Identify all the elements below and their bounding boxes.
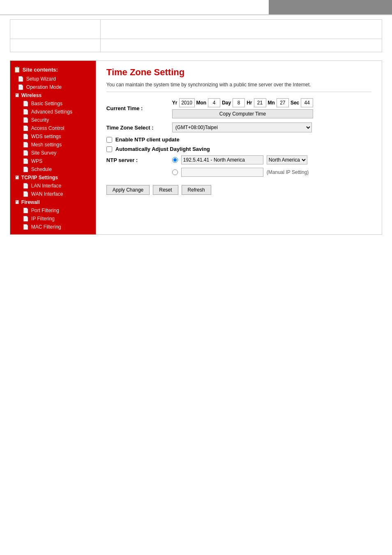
- wireless-icon: 🖥: [14, 92, 19, 98]
- sidebar-item-operation-mode[interactable]: 📄 Operation Mode: [10, 83, 96, 91]
- ntp-server-row: NTP server : North America (Manual IP Se…: [106, 155, 371, 177]
- apply-change-button[interactable]: Apply Change: [106, 185, 150, 195]
- page-icon: 📄: [23, 158, 29, 164]
- content-area: Time Zone Setting You can maintain the s…: [96, 60, 382, 235]
- top-table-right: [100, 20, 382, 39]
- ntp-preset-select[interactable]: North America: [267, 155, 307, 164]
- ntp-manual-option: (Manual IP Setting): [172, 168, 309, 177]
- page-icon: 📄: [23, 117, 29, 123]
- ntp-preset-option: North America: [172, 155, 309, 164]
- page-icon: 📄: [23, 208, 29, 213]
- top-header: [0, 0, 392, 15]
- sec-input[interactable]: [301, 98, 313, 107]
- daylight-saving-row: Automatically Adjust Daylight Saving: [106, 146, 371, 152]
- header-bar: [269, 0, 392, 14]
- page-icon: 📄: [23, 224, 29, 230]
- day-label: Day: [222, 100, 231, 106]
- page-icon: 📄: [23, 166, 29, 172]
- current-time-label: Current Time :: [106, 105, 172, 111]
- time-fields: Yr Mon Day Hr Mn Sec: [172, 98, 313, 107]
- folder-icon: 📋: [14, 66, 21, 73]
- ntp-preset-radio[interactable]: [172, 157, 178, 163]
- sidebar-item-access-control[interactable]: 📄 Access Control: [10, 124, 96, 132]
- sidebar: 📋 Site contents: 📄 Setup Wizard 📄 Operat…: [10, 60, 96, 235]
- page-title: Time Zone Setting: [106, 67, 371, 78]
- ntp-preset-input[interactable]: [181, 155, 263, 164]
- hr-input[interactable]: [254, 98, 266, 107]
- button-row: Apply Change Reset Refresh: [106, 185, 371, 195]
- top-table-bottom-right: [100, 39, 382, 52]
- mon-label: Mon: [196, 100, 207, 106]
- sidebar-item-wireless[interactable]: 🖥 Wireless: [10, 91, 96, 99]
- page-icon: 📄: [23, 191, 29, 197]
- yr-input[interactable]: [179, 98, 195, 107]
- ntp-server-label: NTP server :: [106, 155, 172, 163]
- main-container: 📋 Site contents: 📄 Setup Wizard 📄 Operat…: [10, 60, 382, 235]
- day-input[interactable]: [233, 98, 245, 107]
- page-icon: 📄: [23, 150, 29, 156]
- page-icon: 📄: [23, 101, 29, 106]
- ntp-enable-row: Enable NTP client update: [106, 136, 371, 143]
- page-icon: 📄: [23, 109, 29, 115]
- page-icon: 📄: [23, 125, 29, 131]
- ntp-manual-radio[interactable]: [172, 169, 178, 175]
- copy-computer-time-button[interactable]: Copy Computer Time: [172, 109, 313, 118]
- manual-ip-label: (Manual IP Setting): [267, 169, 309, 175]
- daylight-saving-checkbox[interactable]: [106, 146, 112, 152]
- ntp-enable-label: Enable NTP client update: [115, 136, 180, 143]
- page-icon: 📄: [18, 76, 24, 82]
- timezone-select[interactable]: (GMT+08:00)Taipei (GMT+00:00)UTC (GMT-05…: [172, 123, 312, 132]
- sidebar-item-firewall[interactable]: 🖥 Firewall: [10, 198, 96, 206]
- top-table-bottom-left: [10, 39, 100, 52]
- page-icon: 📄: [18, 84, 24, 90]
- hr-label: Hr: [247, 100, 252, 106]
- current-time-row: Current Time : Yr Mon Day Hr Mn Sec Copy: [106, 98, 371, 118]
- sidebar-item-advanced-settings[interactable]: 📄 Advanced Settings: [10, 108, 96, 116]
- sidebar-item-basic-settings[interactable]: 📄 Basic Settings: [10, 99, 96, 108]
- page-icon: 📄: [23, 134, 29, 139]
- ntp-enable-checkbox[interactable]: [106, 137, 112, 143]
- page-icon: 📄: [23, 183, 29, 189]
- firewall-icon: 🖥: [14, 199, 19, 205]
- sidebar-item-mesh-settings[interactable]: 📄 Mesh settings: [10, 141, 96, 149]
- sidebar-item-wan-interface[interactable]: 📄 WAN Interface: [10, 190, 96, 198]
- mn-input[interactable]: [277, 98, 289, 107]
- timezone-label: Time Zone Select :: [106, 125, 172, 131]
- page-description: You can maintain the system time by sync…: [106, 82, 371, 92]
- sidebar-item-port-filtering[interactable]: 📄 Port Filtering: [10, 206, 96, 215]
- sidebar-wrapper: 📋 Site contents: 📄 Setup Wizard 📄 Operat…: [10, 60, 96, 235]
- daylight-saving-label: Automatically Adjust Daylight Saving: [115, 146, 210, 152]
- sidebar-item-ip-filtering[interactable]: 📄 IP Filtering: [10, 215, 96, 223]
- sidebar-item-mac-filtering[interactable]: 📄 MAC Filtering: [10, 223, 96, 231]
- sec-label: Sec: [291, 100, 299, 106]
- yr-label: Yr: [172, 100, 178, 106]
- sidebar-item-setup-wizard[interactable]: 📄 Setup Wizard: [10, 75, 96, 83]
- mn-label: Mn: [268, 100, 275, 106]
- sidebar-item-site-survey[interactable]: 📄 Site Survey: [10, 149, 96, 157]
- top-table-left: [10, 20, 100, 39]
- refresh-button[interactable]: Refresh: [182, 185, 211, 195]
- sidebar-item-lan-interface[interactable]: 📄 LAN Interface: [10, 182, 96, 190]
- time-group: Yr Mon Day Hr Mn Sec Copy Computer Time: [172, 98, 313, 118]
- sidebar-item-wps[interactable]: 📄 WPS: [10, 157, 96, 165]
- top-table: [10, 19, 382, 52]
- sidebar-title: 📋 Site contents:: [10, 64, 96, 75]
- sidebar-item-security[interactable]: 📄 Security: [10, 116, 96, 124]
- sidebar-item-schedule[interactable]: 📄 Schedule: [10, 165, 96, 173]
- page-icon: 📄: [23, 142, 29, 148]
- sidebar-item-tcpip-settings[interactable]: 🖥 TCP/IP Settings: [10, 173, 96, 182]
- reset-button[interactable]: Reset: [153, 185, 178, 195]
- network-icon: 🖥: [14, 175, 19, 180]
- ntp-options: North America (Manual IP Setting): [172, 155, 309, 177]
- timezone-row: Time Zone Select : (GMT+08:00)Taipei (GM…: [106, 123, 371, 132]
- ntp-manual-input[interactable]: [181, 168, 263, 177]
- page-icon: 📄: [23, 216, 29, 222]
- sidebar-item-wds-settings[interactable]: 📄 WDS settings: [10, 132, 96, 141]
- mon-input[interactable]: [208, 98, 220, 107]
